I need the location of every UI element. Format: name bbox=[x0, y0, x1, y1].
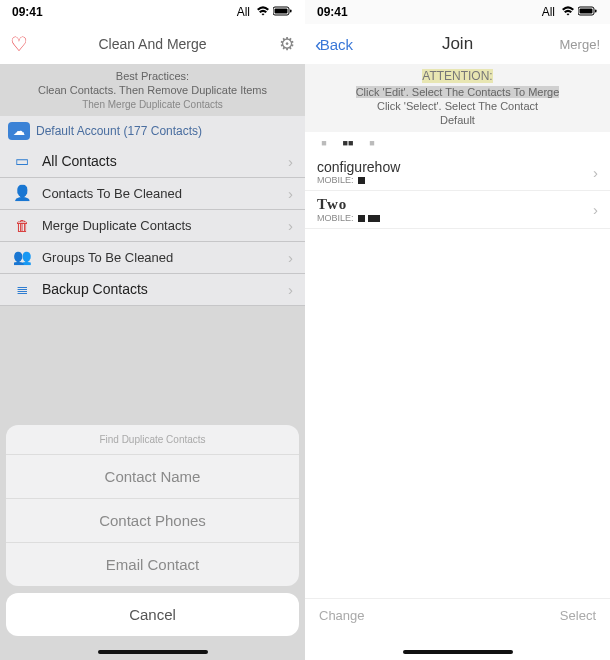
status-time: 09:41 bbox=[12, 5, 43, 19]
nav-title-right: Join bbox=[375, 34, 540, 54]
chevron-right-icon: › bbox=[593, 164, 598, 181]
sheet-title: Find Duplicate Contacts bbox=[6, 425, 299, 455]
nav-title-left: Clean And Merge bbox=[70, 36, 235, 52]
status-time: 09:41 bbox=[317, 5, 348, 19]
status-bar-left: 09:41 All bbox=[0, 0, 305, 24]
account-row[interactable]: ☁ Default Account (177 Contacts) bbox=[0, 116, 305, 146]
menu-label: Groups To Be Cleaned bbox=[42, 250, 278, 265]
contact-name: configurehow bbox=[317, 159, 400, 175]
account-label: Default Account (177 Contacts) bbox=[36, 124, 202, 138]
svg-rect-5 bbox=[595, 10, 597, 13]
back-label: Back bbox=[320, 36, 353, 53]
chevron-right-icon: › bbox=[288, 153, 293, 170]
carrier-label: All bbox=[237, 5, 250, 19]
svg-rect-4 bbox=[580, 9, 593, 14]
trash-icon: 🗑 bbox=[12, 217, 32, 234]
menu-label: All Contacts bbox=[42, 153, 278, 169]
back-button[interactable]: ‹ Back bbox=[315, 33, 353, 56]
cancel-button[interactable]: Cancel bbox=[6, 593, 299, 636]
info-block-right: ATTENTION: Click 'Edit'. Select The Cont… bbox=[305, 64, 610, 132]
select-button[interactable]: Select bbox=[560, 608, 596, 623]
sheet-contact-phones[interactable]: Contact Phones bbox=[6, 499, 299, 543]
chevron-right-icon: › bbox=[593, 201, 598, 218]
menu-label: Backup Contacts bbox=[42, 281, 278, 297]
group-clean-icon: 👥 bbox=[12, 248, 32, 266]
status-bar-right: 09:41 All bbox=[305, 0, 610, 24]
bottom-toolbar: Change Select bbox=[305, 598, 610, 632]
gear-icon[interactable]: ⚙ bbox=[279, 33, 295, 55]
nav-bar-right: ‹ Back Join Merge! bbox=[305, 24, 610, 64]
home-indicator bbox=[98, 650, 208, 654]
cloud-icon: ☁ bbox=[8, 122, 30, 140]
info-line2: Clean Contacts. Then Remove Duplicate It… bbox=[6, 83, 299, 97]
backup-icon: ≣ bbox=[12, 280, 32, 298]
list-item[interactable]: configurehow MOBILE: › bbox=[305, 154, 610, 191]
contact-name: Two bbox=[317, 196, 380, 213]
action-sheet: Find Duplicate Contacts Contact Name Con… bbox=[6, 425, 299, 636]
info-line1: Click 'Edit'. Select The Contacts To Mer… bbox=[311, 85, 604, 99]
info-line3: Then Merge Duplicate Contacts bbox=[6, 98, 299, 111]
info-line2: Click 'Select'. Select The Contact bbox=[311, 99, 604, 113]
menu-list: ▭ All Contacts › 👤 Contacts To Be Cleane… bbox=[0, 146, 305, 306]
info-block-left: Best Practices: Clean Contacts. Then Rem… bbox=[0, 64, 305, 116]
info-line1: Best Practices: bbox=[6, 69, 299, 83]
menu-label: Contacts To Be Cleaned bbox=[42, 186, 278, 201]
menu-contacts-clean[interactable]: 👤 Contacts To Be Cleaned › bbox=[0, 178, 305, 210]
wifi-icon bbox=[561, 5, 575, 19]
menu-all-contacts[interactable]: ▭ All Contacts › bbox=[0, 146, 305, 178]
filter-icon-1[interactable]: ■ bbox=[319, 138, 329, 148]
battery-icon bbox=[273, 5, 293, 19]
battery-icon bbox=[578, 5, 598, 19]
svg-rect-1 bbox=[275, 9, 288, 14]
chevron-right-icon: › bbox=[288, 185, 293, 202]
chevron-right-icon: › bbox=[288, 249, 293, 266]
chevron-right-icon: › bbox=[288, 217, 293, 234]
sheet-contact-name[interactable]: Contact Name bbox=[6, 455, 299, 499]
wifi-icon bbox=[256, 5, 270, 19]
filter-row: ■ ■■ ■ bbox=[305, 132, 610, 154]
carrier-label: All bbox=[542, 5, 555, 19]
home-indicator bbox=[403, 650, 513, 654]
contact-sub: MOBILE: bbox=[317, 175, 400, 185]
menu-groups-clean[interactable]: 👥 Groups To Be Cleaned › bbox=[0, 242, 305, 274]
change-button[interactable]: Change bbox=[319, 608, 365, 623]
svg-rect-2 bbox=[290, 10, 292, 13]
person-clean-icon: 👤 bbox=[12, 184, 32, 202]
merge-button[interactable]: Merge! bbox=[540, 37, 600, 52]
sheet-email-contact[interactable]: Email Contact bbox=[6, 543, 299, 586]
menu-label: Merge Duplicate Contacts bbox=[42, 218, 278, 233]
contact-list: configurehow MOBILE: › Two MOBILE: › bbox=[305, 154, 610, 229]
info-line3: Default bbox=[311, 113, 604, 127]
menu-backup[interactable]: ≣ Backup Contacts › bbox=[0, 274, 305, 306]
filter-icon-3[interactable]: ■ bbox=[367, 138, 377, 148]
list-item[interactable]: Two MOBILE: › bbox=[305, 191, 610, 229]
id-card-icon: ▭ bbox=[12, 152, 32, 170]
menu-merge-duplicates[interactable]: 🗑 Merge Duplicate Contacts › bbox=[0, 210, 305, 242]
filter-icon-2[interactable]: ■■ bbox=[343, 138, 353, 148]
chevron-right-icon: › bbox=[288, 281, 293, 298]
contact-sub: MOBILE: bbox=[317, 213, 380, 223]
nav-bar-left: ♡ Clean And Merge ⚙ bbox=[0, 24, 305, 64]
heart-icon[interactable]: ♡ bbox=[10, 32, 28, 56]
attention-label: ATTENTION: bbox=[311, 69, 604, 85]
